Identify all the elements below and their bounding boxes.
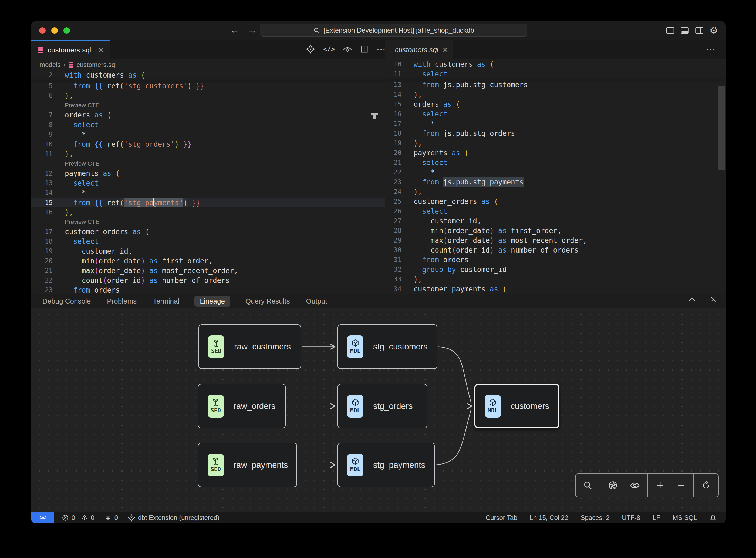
close-window-button[interactable] (39, 27, 46, 34)
codelens-preview-cte[interactable]: Preview CTE (31, 100, 385, 110)
code-line[interactable]: 8 select (31, 120, 385, 130)
code-line[interactable]: 23 from js.pub.stg_payments (385, 177, 726, 187)
code-line[interactable]: 23 from orders (31, 285, 385, 294)
remote-indicator[interactable]: >< (31, 512, 54, 524)
code-line[interactable]: 33), (385, 274, 726, 284)
toggle-secondary-sidebar-icon[interactable] (695, 27, 704, 34)
code-line[interactable]: 21 select (385, 158, 726, 168)
tab-customers-sql-left[interactable]: customers.sql ✕ (31, 40, 110, 59)
line-col-status[interactable]: Ln 15, Col 22 (530, 514, 568, 522)
lineage-node-raw_customers[interactable]: SED raw_customers (199, 324, 301, 369)
lineage-node-stg_payments[interactable]: MDL stg_payments (338, 443, 435, 487)
code-line[interactable]: 15orders as ( (385, 99, 726, 109)
refresh-button[interactable] (694, 474, 718, 497)
code-line[interactable]: 29 max(order_date) as most_recent_order, (385, 235, 726, 245)
code-line[interactable]: 30 count(order_id) as number_of_orders (385, 245, 726, 255)
panel-tab-query-results[interactable]: Query Results (244, 296, 291, 307)
code-line[interactable]: 17customer_orders as ( (31, 227, 385, 236)
panel-tab-debug-console[interactable]: Debug Console (41, 296, 92, 307)
encoding-status[interactable]: UTF-8 (622, 514, 640, 522)
zoom-window-button[interactable] (63, 27, 70, 34)
settings-gear-icon[interactable]: ⚙ (709, 26, 718, 35)
code-line[interactable]: 14), (385, 90, 726, 99)
panel-tab-problems[interactable]: Problems (106, 296, 138, 307)
eol-status[interactable]: LF (653, 514, 660, 522)
problems-status[interactable]: 0 0 (62, 514, 95, 522)
code-line[interactable]: 28 min(order_date) as first_order, (385, 226, 726, 235)
code-line[interactable]: 18 from js.pub.stg_orders (385, 129, 726, 138)
toggle-panel-icon[interactable] (680, 27, 689, 34)
lineage-node-raw_payments[interactable]: SED raw_payments (198, 443, 297, 487)
code-line[interactable]: 24), (385, 187, 726, 197)
code-line[interactable]: 22 count(order_id) as number_of_orders (31, 276, 385, 285)
snapshot-aperture-icon[interactable] (608, 481, 618, 490)
code-line[interactable]: 11 select (385, 69, 726, 79)
breadcrumb-folder[interactable]: models (40, 61, 60, 69)
code-line[interactable]: 15 from {{ ref('stg_payments') }} (31, 198, 385, 207)
lineage-node-stg_customers[interactable]: MDL stg_customers (338, 324, 437, 369)
breadcrumb[interactable]: models › customers.sql (31, 59, 385, 70)
dbt-action-icon[interactable] (306, 45, 315, 54)
codelens-preview-cte[interactable]: Preview CTE (31, 159, 385, 169)
scrollbar-thumb[interactable] (718, 86, 725, 170)
more-actions-icon[interactable]: ⋯ (706, 44, 716, 55)
code-line[interactable]: 19 customer_id, (31, 246, 385, 256)
zoom-out-icon[interactable] (677, 481, 686, 490)
compile-code-icon[interactable]: </> (323, 45, 335, 53)
code-line[interactable]: 20payments as ( (385, 148, 726, 158)
code-line[interactable]: 18 select (31, 236, 385, 246)
panel-tab-lineage[interactable]: Lineage (194, 296, 230, 307)
code-line[interactable]: 34customer_payments as ( (385, 284, 726, 294)
ports-status[interactable]: 0 (104, 514, 118, 522)
toggle-primary-sidebar-icon[interactable] (666, 27, 675, 34)
breadcrumb-file[interactable]: customers.sql (77, 61, 116, 69)
code-line[interactable]: 31 from orders (385, 255, 726, 265)
lineage-node-stg_orders[interactable]: MDL stg_orders (338, 384, 427, 428)
split-editor-icon[interactable] (360, 45, 368, 53)
code-line[interactable]: 16 select (385, 109, 726, 119)
code-area[interactable]: 5 from {{ ref('stg_customers') }}6),Prev… (31, 81, 385, 294)
maximize-panel-icon[interactable] (688, 296, 696, 303)
lineage-node-customers[interactable]: MDL customers (474, 384, 559, 428)
lineage-search-button[interactable] (576, 474, 600, 497)
close-tab-icon[interactable]: ✕ (442, 46, 448, 54)
close-tab-icon[interactable]: ✕ (98, 46, 104, 54)
compiled-editor[interactable]: 10with customers as (11 select 13 from j… (385, 59, 726, 294)
code-line[interactable]: 10with customers as ( (385, 59, 726, 69)
code-line[interactable]: 22 * (385, 168, 726, 177)
lineage-node-raw_orders[interactable]: SED raw_orders (198, 384, 286, 428)
code-line[interactable]: 14 * (31, 188, 385, 198)
notifications-bell-icon[interactable] (709, 514, 716, 521)
cursor-tab-status[interactable]: Cursor Tab (486, 514, 517, 522)
code-line[interactable]: 26 select (385, 206, 726, 216)
code-line[interactable]: 2with customers as ( (31, 70, 385, 80)
preview-eye-icon[interactable] (343, 45, 352, 53)
code-area[interactable]: 13 from js.pub.stg_customers14),15orders… (385, 80, 726, 294)
forward-arrow-icon[interactable]: → (247, 25, 257, 35)
language-mode-status[interactable]: MS SQL (673, 514, 697, 522)
code-line[interactable]: 20 min(order_date) as first_order, (31, 256, 385, 266)
tab-customers-sql-right[interactable]: customers.sql ✕ (385, 40, 453, 59)
preview-eye-icon[interactable] (630, 481, 640, 490)
code-line[interactable]: 5 from {{ ref('stg_customers') }} (31, 81, 385, 91)
code-line[interactable]: 21 max(order_date) as most_recent_order, (31, 266, 385, 276)
codelens-preview-cte[interactable]: Preview CTE (31, 217, 385, 227)
panel-tab-output[interactable]: Output (305, 296, 328, 307)
code-line[interactable]: 7orders as ( (31, 110, 385, 120)
zoom-in-icon[interactable] (656, 481, 665, 490)
indentation-status[interactable]: Spaces: 2 (581, 514, 610, 522)
code-line[interactable]: 32 group by customer_id (385, 265, 726, 274)
code-line[interactable]: 12payments as ( (31, 169, 385, 178)
panel-tab-terminal[interactable]: Terminal (152, 296, 180, 307)
code-line[interactable]: 19), (385, 138, 726, 148)
code-line[interactable]: 17 * (385, 119, 726, 129)
source-editor[interactable]: models › customers.sql 2with customers a… (31, 59, 385, 294)
close-panel-icon[interactable] (709, 296, 717, 303)
back-arrow-icon[interactable]: ← (230, 25, 239, 35)
code-line[interactable]: 6), (31, 91, 385, 100)
code-line[interactable]: 16), (31, 207, 385, 217)
code-line[interactable]: 11), (31, 149, 385, 159)
code-line[interactable]: 25customer_orders as ( (385, 197, 726, 206)
code-line[interactable]: 13 select (31, 178, 385, 188)
command-center-search[interactable]: [Extension Development Host] jaffle_shop… (260, 24, 527, 37)
